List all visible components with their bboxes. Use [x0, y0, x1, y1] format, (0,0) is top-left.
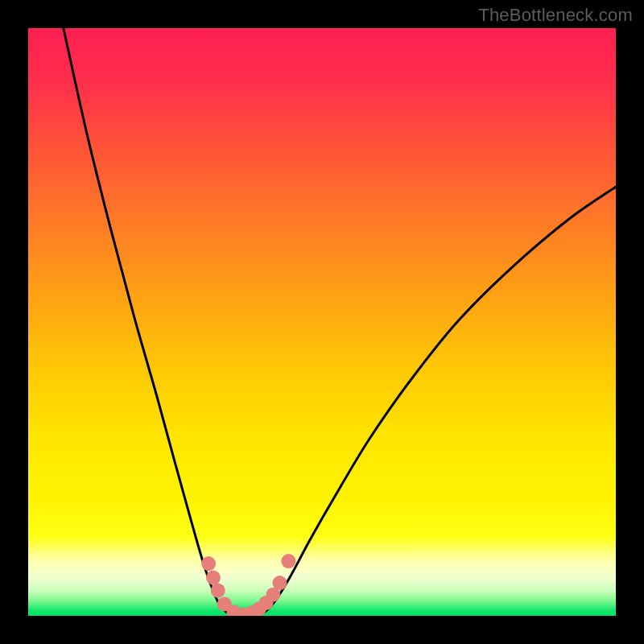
data-point [201, 556, 216, 571]
data-point [281, 554, 295, 568]
data-point [206, 571, 221, 585]
data-point [211, 584, 225, 598]
data-point [272, 576, 287, 590]
bottleneck-curve [64, 28, 616, 616]
marker-series [201, 554, 295, 616]
chart-frame: TheBottleneck.com [0, 0, 644, 644]
watermark-text: TheBottleneck.com [478, 5, 633, 26]
chart-svg [28, 28, 616, 616]
plot-area [28, 28, 616, 616]
bottleneck-curve-path [64, 28, 616, 616]
